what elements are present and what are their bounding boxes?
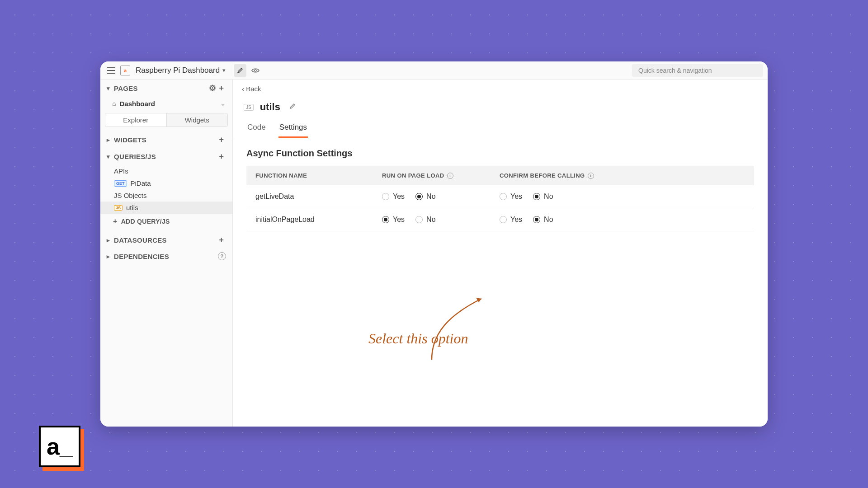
- radio-no[interactable]: No: [533, 192, 553, 201]
- get-badge: GET: [114, 180, 127, 187]
- sidebar-section-datasources[interactable]: ▸ DATASOURCES +: [100, 232, 232, 249]
- annotation-text: Select this option: [368, 330, 468, 347]
- chevron-down-icon: ▾: [105, 85, 112, 92]
- brand-logo: a_: [39, 426, 83, 470]
- chevron-right-icon: ▸: [105, 253, 112, 260]
- js-badge-icon: JS: [244, 104, 254, 111]
- main-panel: ‹ Back JS utils Code Settings Async Func…: [233, 80, 768, 427]
- help-icon[interactable]: ?: [218, 252, 226, 260]
- radio-yes[interactable]: Yes: [500, 192, 522, 201]
- app-logo-icon: a: [120, 66, 130, 75]
- function-name: initialOnPageLoad: [255, 216, 382, 224]
- chevron-down-icon[interactable]: ⌄: [220, 99, 226, 108]
- app-window: a Raspberry Pi Dashboard ▾ Quick search …: [100, 61, 768, 427]
- search-input[interactable]: Quick search & navigation: [632, 64, 763, 77]
- radio-yes[interactable]: Yes: [382, 216, 405, 224]
- radio-group-confirm: Yes No: [500, 192, 617, 201]
- chevron-right-icon: ▸: [105, 136, 112, 143]
- sidebar-tabs: Explorer Widgets: [105, 113, 228, 127]
- table-row: initialOnPageLoad Yes No Yes No: [246, 208, 754, 231]
- plus-icon[interactable]: +: [217, 84, 226, 93]
- object-name: utils: [260, 101, 280, 113]
- add-query-button[interactable]: + ADD QUERY/JS: [100, 214, 232, 229]
- tab-widgets[interactable]: Widgets: [167, 113, 228, 127]
- function-name: getLiveData: [255, 192, 382, 201]
- sidebar-item-jsobjects[interactable]: JS Objects: [100, 189, 232, 202]
- sidebar-item-dashboard[interactable]: ⌂ Dashboard ⌄: [100, 97, 232, 110]
- content-tabs: Code Settings: [233, 117, 768, 138]
- chevron-right-icon: ▸: [105, 237, 112, 244]
- tab-settings[interactable]: Settings: [278, 119, 308, 138]
- radio-group-run: Yes No: [382, 192, 500, 201]
- back-button[interactable]: ‹ Back: [242, 85, 261, 93]
- plus-icon[interactable]: +: [217, 152, 226, 161]
- chevron-down-icon: ▾: [105, 153, 112, 160]
- tab-explorer[interactable]: Explorer: [105, 113, 167, 127]
- radio-group-confirm: Yes No: [500, 216, 617, 224]
- section-title: Async Function Settings: [233, 138, 768, 166]
- tab-code[interactable]: Code: [246, 119, 267, 138]
- radio-group-run: Yes No: [382, 216, 500, 224]
- col-run-on-page-load: RUN ON PAGE LOAD i: [382, 172, 500, 179]
- eye-icon[interactable]: [249, 64, 262, 77]
- sidebar-section-dependencies[interactable]: ▸ DEPENDENCIES ?: [100, 249, 232, 264]
- col-confirm-before-calling: CONFIRM BEFORE CALLING i: [500, 172, 617, 179]
- sidebar-section-pages[interactable]: ▾ PAGES ⚙ +: [100, 80, 232, 97]
- table-row: getLiveData Yes No Yes No: [246, 185, 754, 208]
- radio-yes[interactable]: Yes: [382, 192, 405, 201]
- pencil-icon[interactable]: [234, 64, 246, 77]
- pencil-icon[interactable]: [289, 103, 296, 111]
- app-title: Raspberry Pi Dashboard: [136, 66, 220, 75]
- sidebar-item-apis[interactable]: APIs: [100, 165, 232, 177]
- radio-no[interactable]: No: [533, 216, 553, 224]
- table-header: FUNCTION NAME RUN ON PAGE LOAD i CONFIRM…: [246, 166, 754, 185]
- radio-no[interactable]: No: [415, 192, 435, 201]
- radio-yes[interactable]: Yes: [500, 216, 522, 224]
- sidebar-item-pidata[interactable]: GET PiData: [100, 177, 232, 189]
- info-icon[interactable]: i: [447, 173, 453, 179]
- plus-icon[interactable]: +: [217, 135, 226, 145]
- plus-icon: +: [113, 217, 118, 225]
- home-icon: ⌂: [112, 100, 116, 107]
- hamburger-icon[interactable]: [105, 64, 118, 77]
- sidebar-item-utils[interactable]: JS utils: [100, 202, 232, 214]
- col-function-name: FUNCTION NAME: [255, 172, 382, 179]
- svg-point-0: [255, 70, 256, 71]
- function-table: FUNCTION NAME RUN ON PAGE LOAD i CONFIRM…: [246, 166, 754, 231]
- gear-icon[interactable]: ⚙: [208, 83, 217, 93]
- radio-no[interactable]: No: [415, 216, 435, 224]
- topbar: a Raspberry Pi Dashboard ▾ Quick search …: [100, 61, 768, 80]
- chevron-down-icon[interactable]: ▾: [222, 67, 226, 74]
- info-icon[interactable]: i: [588, 173, 594, 179]
- plus-icon[interactable]: +: [217, 235, 226, 245]
- sidebar: ▾ PAGES ⚙ + ⌂ Dashboard ⌄ Explorer Widge…: [100, 80, 233, 427]
- sidebar-section-widgets[interactable]: ▸ WIDGETS +: [100, 131, 232, 148]
- js-badge-icon: JS: [114, 205, 123, 211]
- sidebar-section-queries[interactable]: ▾ QUERIES/JS +: [100, 148, 232, 165]
